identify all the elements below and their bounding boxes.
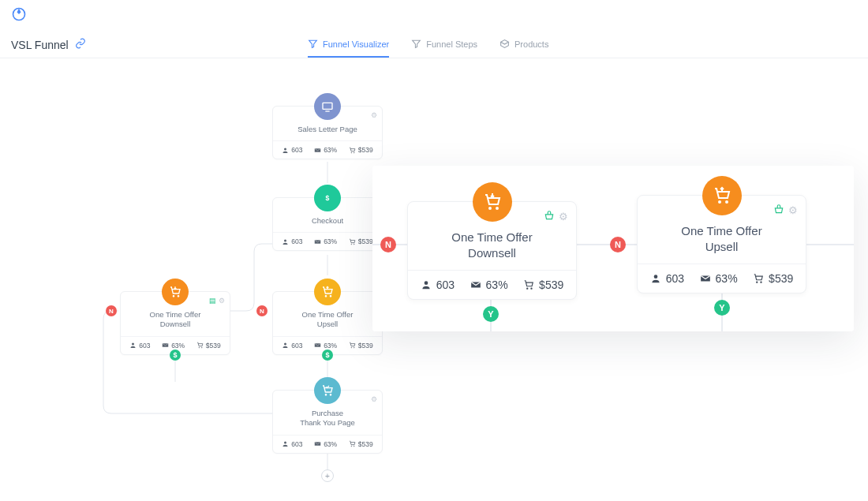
svg-point-13 bbox=[351, 244, 352, 245]
node-sales-letter[interactable]: ⚙ Sales Letter Page 603 63% $539 bbox=[272, 106, 383, 159]
node-stats: 603 63% $539 bbox=[273, 435, 382, 453]
badge-no: N bbox=[106, 305, 117, 316]
svg-point-24 bbox=[354, 347, 354, 348]
dollar-icon: $ bbox=[314, 185, 341, 211]
gear-icon[interactable]: ⚙ bbox=[219, 297, 225, 305]
zoom-node-title: One Time OfferDownsell bbox=[408, 222, 576, 270]
svg-point-22 bbox=[284, 343, 286, 346]
svg-point-26 bbox=[330, 394, 331, 395]
svg-point-16 bbox=[178, 296, 178, 297]
zoom-badge-yes: Y bbox=[483, 306, 499, 322]
node-title: One Time OfferDownsell bbox=[121, 305, 230, 336]
cart-up-icon bbox=[314, 279, 341, 305]
node-downsell[interactable]: ▤⚙ One Time OfferDownsell 603 63% $539 bbox=[120, 291, 230, 355]
cart-down-icon bbox=[162, 279, 189, 305]
tab-label: Products bbox=[514, 39, 548, 49]
svg-point-17 bbox=[132, 343, 134, 346]
svg-point-29 bbox=[354, 446, 354, 447]
basket-icon[interactable]: ▤ bbox=[209, 297, 216, 305]
svg-point-7 bbox=[284, 148, 286, 150]
link-icon[interactable] bbox=[75, 38, 86, 52]
zoom-badge-no: N bbox=[380, 237, 396, 252]
node-title: One Time OfferUpsell bbox=[273, 305, 382, 336]
svg-point-19 bbox=[201, 347, 202, 348]
svg-point-20 bbox=[325, 296, 326, 297]
node-thankyou[interactable]: ⚙ PurchaseThank You Page 603 63% $539 bbox=[272, 390, 383, 454]
tab-label: Funnel Visualizer bbox=[323, 39, 389, 49]
page-header: VSL Funnel Funnel Visualizer Funnel Step… bbox=[0, 32, 868, 58]
app-logo[interactable] bbox=[11, 6, 27, 25]
node-stats: 603 63% $539 bbox=[273, 140, 382, 159]
svg-point-38 bbox=[527, 288, 528, 289]
zoom-preview: ⚙ One Time OfferDownsell 603 63% $539 ⚙ … bbox=[372, 166, 854, 331]
page-icon bbox=[314, 93, 341, 120]
svg-point-14 bbox=[354, 244, 354, 245]
svg-point-23 bbox=[351, 347, 352, 348]
svg-point-28 bbox=[351, 446, 352, 447]
svg-point-8 bbox=[351, 152, 352, 153]
svg-point-36 bbox=[496, 208, 498, 209]
svg-point-39 bbox=[531, 288, 532, 289]
add-step-button[interactable]: + bbox=[321, 469, 334, 482]
cart-up-icon bbox=[702, 176, 742, 215]
zoom-node-stats: 603 63% $539 bbox=[408, 270, 576, 299]
gear-icon[interactable]: ⚙ bbox=[371, 111, 377, 119]
node-stats: 603 63% $539 bbox=[273, 232, 382, 250]
svg-point-35 bbox=[489, 208, 491, 209]
svg-rect-6 bbox=[323, 103, 332, 109]
svg-point-27 bbox=[284, 442, 286, 444]
svg-point-18 bbox=[199, 347, 200, 348]
zoom-node-downsell[interactable]: ⚙ One Time OfferDownsell 603 63% $539 bbox=[407, 201, 577, 300]
svg-point-40 bbox=[719, 201, 720, 203]
zoom-node-stats: 603 63% $539 bbox=[638, 264, 806, 293]
topbar bbox=[0, 0, 868, 32]
svg-point-43 bbox=[757, 282, 758, 282]
node-checkout[interactable]: $ Checkout 603 63% $539 bbox=[272, 197, 383, 251]
gear-icon[interactable]: ⚙ bbox=[371, 395, 377, 403]
tab-funnel-visualizer[interactable]: Funnel Visualizer bbox=[308, 32, 389, 58]
tab-bar: Funnel Visualizer Funnel Steps Products bbox=[308, 32, 548, 58]
svg-point-9 bbox=[354, 152, 354, 153]
tab-label: Funnel Steps bbox=[426, 39, 477, 49]
tab-funnel-steps[interactable]: Funnel Steps bbox=[411, 32, 477, 58]
svg-point-25 bbox=[325, 394, 326, 395]
node-title: Checkout bbox=[273, 211, 382, 232]
zoom-badge-yes: Y bbox=[714, 300, 730, 316]
zoom-node-title: One Time OfferUpsell bbox=[638, 215, 806, 264]
svg-point-41 bbox=[726, 201, 728, 203]
basket-icon[interactable] bbox=[544, 210, 555, 223]
zoom-badge-no: N bbox=[610, 237, 626, 252]
svg-point-37 bbox=[424, 281, 428, 285]
svg-text:$: $ bbox=[326, 194, 330, 202]
cart-down-icon bbox=[473, 182, 512, 222]
page-title: VSL Funnel bbox=[11, 39, 69, 51]
svg-point-44 bbox=[761, 282, 761, 282]
badge-split: $ bbox=[322, 350, 333, 361]
svg-point-15 bbox=[173, 296, 174, 297]
cart-check-icon bbox=[314, 377, 341, 404]
node-upsell[interactable]: One Time OfferUpsell 603 63% $539 bbox=[272, 291, 383, 355]
svg-point-21 bbox=[330, 296, 331, 297]
tab-products[interactable]: Products bbox=[499, 32, 548, 58]
gear-icon[interactable]: ⚙ bbox=[559, 211, 568, 222]
basket-icon[interactable] bbox=[773, 204, 784, 217]
zoom-node-upsell[interactable]: ⚙ One Time OfferUpsell 603 63% $539 bbox=[637, 195, 806, 293]
badge-no: N bbox=[256, 305, 268, 316]
svg-point-42 bbox=[653, 275, 657, 279]
gear-icon[interactable]: ⚙ bbox=[788, 204, 798, 216]
node-title: Sales Letter Page bbox=[273, 120, 382, 140]
badge-split: $ bbox=[170, 350, 181, 361]
svg-point-12 bbox=[284, 239, 286, 241]
node-title: PurchaseThank You Page bbox=[273, 404, 382, 435]
